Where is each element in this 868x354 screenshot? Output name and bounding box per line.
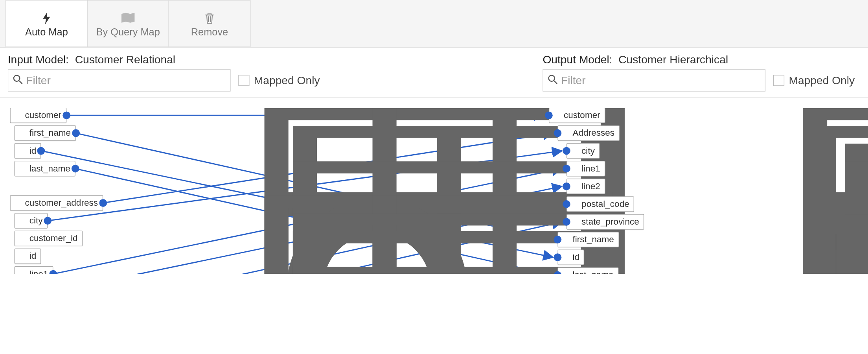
node-label: id — [29, 146, 37, 156]
mapping-link[interactable] — [53, 169, 562, 274]
svg-rect-22 — [305, 214, 593, 274]
out-node-state_province[interactable]: state_province — [566, 214, 644, 229]
mapping-link[interactable] — [53, 186, 562, 274]
mapping-link[interactable] — [48, 151, 562, 221]
table-icon — [553, 111, 561, 119]
col-icon — [18, 217, 26, 225]
col-icon — [570, 147, 578, 155]
node-label: postal_code — [581, 199, 629, 209]
node-label: line1 — [581, 164, 600, 173]
col-icon — [18, 129, 26, 137]
out-node-last_name[interactable]: last_name — [557, 267, 618, 274]
port[interactable] — [49, 270, 57, 274]
mapping-link[interactable] — [41, 151, 553, 258]
col-icon — [570, 165, 578, 173]
port[interactable] — [37, 147, 45, 155]
by-query-map-label: By Query Map — [96, 27, 160, 37]
in-node-line1[interactable]: line1 — [15, 266, 53, 274]
svg-rect-50 — [857, 161, 868, 274]
in-node-customer[interactable]: customer — [10, 108, 66, 123]
node-label: last_name — [573, 270, 614, 274]
node-label: customer — [564, 111, 600, 120]
port[interactable] — [554, 236, 562, 243]
out-node-customer[interactable]: customer — [549, 108, 605, 123]
port[interactable] — [563, 200, 570, 208]
node-label: first_name — [573, 234, 614, 244]
output-mapped-only-checkbox[interactable]: Mapped Only — [773, 74, 855, 87]
auto-map-button[interactable]: Auto Map — [6, 0, 88, 47]
key-icon — [18, 147, 26, 155]
port[interactable] — [99, 199, 107, 207]
model-header-row: Input Model: Customer Relational Mapped … — [0, 48, 868, 98]
svg-rect-54 — [857, 197, 868, 274]
out-node-Addresses[interactable]: Addresses — [557, 125, 619, 141]
in-node-customer_address[interactable]: customer_address — [10, 195, 103, 210]
svg-rect-48 — [857, 144, 868, 274]
out-node-line2[interactable]: line2 — [566, 179, 605, 194]
port[interactable] — [563, 147, 570, 155]
port[interactable] — [563, 183, 570, 190]
node-label: id — [573, 253, 580, 262]
out-node-id[interactable]: id — [557, 250, 584, 265]
node-label: last_name — [29, 164, 70, 173]
svg-line-3 — [554, 81, 557, 84]
node-label: first_name — [29, 128, 71, 138]
out-node-postal_code[interactable]: postal_code — [566, 196, 634, 212]
remove-button[interactable]: Remove — [169, 0, 251, 47]
input-filter-input[interactable] — [26, 74, 226, 87]
col-icon — [561, 271, 569, 274]
out-node-first_name[interactable]: first_name — [557, 232, 619, 247]
by-query-map-button[interactable]: By Query Map — [87, 0, 169, 47]
svg-rect-9 — [305, 126, 593, 274]
input-model-title: Input Model: Customer Relational — [8, 53, 543, 66]
input-filter-box[interactable] — [8, 69, 231, 91]
trash-icon — [204, 10, 214, 26]
svg-line-1 — [19, 81, 22, 84]
output-filter-input[interactable] — [561, 74, 761, 87]
col-icon — [18, 234, 26, 242]
in-node-first_name[interactable]: first_name — [15, 125, 76, 141]
mapping-link[interactable] — [92, 222, 562, 274]
in-node-last_name[interactable]: last_name — [15, 161, 75, 176]
node-label: customer — [25, 111, 61, 120]
in-node-city[interactable]: city — [15, 213, 48, 228]
input-mapped-only-checkbox[interactable]: Mapped Only — [238, 74, 320, 87]
auto-map-label: Auto Map — [25, 27, 68, 37]
output-filter-box[interactable] — [542, 69, 765, 91]
port[interactable] — [72, 165, 79, 173]
svg-rect-60 — [848, 250, 868, 274]
in-node-customer_id[interactable]: customer_id — [15, 231, 83, 246]
port[interactable] — [63, 111, 70, 119]
port[interactable] — [554, 253, 562, 261]
node-label: id — [29, 251, 37, 261]
port[interactable] — [563, 165, 570, 173]
table-icon — [14, 111, 22, 119]
mapping-link[interactable] — [82, 204, 562, 274]
port[interactable] — [554, 271, 562, 274]
svg-rect-58 — [848, 232, 868, 274]
key-icon — [18, 253, 26, 260]
col-icon — [570, 200, 578, 208]
mapping-link[interactable] — [76, 133, 553, 240]
port[interactable] — [72, 129, 80, 137]
col-icon — [561, 253, 569, 261]
svg-rect-62 — [848, 268, 868, 274]
node-label: customer_id — [29, 234, 78, 243]
out-node-line1[interactable]: line1 — [566, 161, 605, 176]
port[interactable] — [554, 129, 562, 137]
node-label: Addresses — [573, 128, 615, 138]
port[interactable] — [44, 217, 51, 225]
node-label: line2 — [581, 181, 600, 191]
mapping-link[interactable] — [103, 133, 553, 203]
mapping-link[interactable] — [75, 169, 554, 274]
col-icon — [18, 165, 26, 173]
svg-rect-38 — [815, 108, 868, 274]
in-node-addr_id[interactable]: id — [15, 249, 41, 264]
out-node-city[interactable]: city — [566, 143, 600, 159]
in-node-id[interactable]: id — [15, 143, 41, 159]
node-label: customer_address — [25, 198, 98, 208]
svg-rect-56 — [857, 215, 868, 274]
port[interactable] — [563, 218, 570, 226]
search-icon — [13, 74, 22, 87]
port[interactable] — [545, 111, 553, 119]
